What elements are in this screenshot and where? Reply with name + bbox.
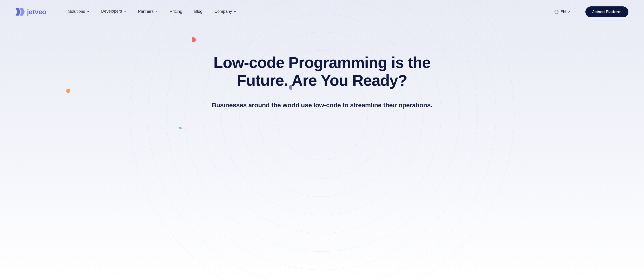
chevron-down-icon — [568, 11, 570, 12]
chevron-down-icon — [124, 10, 126, 12]
hero-title: Low-code Programming is the Future. Are … — [196, 53, 448, 89]
background-circles — [116, 0, 528, 280]
nav-label: Blog — [194, 9, 202, 14]
chevron-down-icon — [156, 11, 158, 12]
svg-point-6 — [166, 0, 478, 270]
main-nav: Solutions Developers Partners Pricing Bl… — [68, 9, 236, 15]
svg-point-3 — [221, 14, 423, 215]
svg-point-7 — [148, 0, 496, 280]
chevron-down-icon — [87, 11, 89, 12]
hero-subtitle: Businesses around the world use low-code… — [9, 102, 635, 109]
cta-platform-button[interactable]: Jetveo Platform — [585, 6, 628, 17]
nav-label: Developers — [101, 9, 122, 14]
globe-icon — [554, 10, 558, 14]
language-selector[interactable]: EN — [554, 9, 570, 14]
nav-item-solutions[interactable]: Solutions — [68, 9, 89, 15]
nav-item-developers[interactable]: Developers — [101, 9, 126, 15]
svg-point-4 — [203, 0, 441, 233]
chevron-down-icon — [234, 11, 236, 12]
logo-icon — [16, 8, 26, 15]
nav-item-company[interactable]: Company — [214, 9, 236, 15]
nav-item-blog[interactable]: Blog — [194, 9, 202, 15]
brand-name: jetveo — [27, 8, 46, 16]
nav-item-pricing[interactable]: Pricing — [170, 9, 182, 15]
hero-section: Low-code Programming is the Future. Are … — [0, 53, 644, 109]
nav-item-partners[interactable]: Partners — [138, 9, 158, 15]
nav-label: Company — [214, 9, 232, 14]
nav-label: Solutions — [68, 9, 85, 14]
decoration-dot-teal — [179, 127, 182, 129]
svg-point-5 — [184, 0, 460, 252]
svg-point-8 — [130, 0, 514, 280]
nav-label: Pricing — [170, 9, 182, 14]
decoration-dot-red — [192, 37, 196, 42]
language-label: EN — [560, 9, 566, 14]
site-header: jetveo Solutions Developers Partners Pri… — [0, 0, 644, 24]
nav-label: Partners — [138, 9, 154, 14]
brand-logo[interactable]: jetveo — [16, 8, 46, 16]
